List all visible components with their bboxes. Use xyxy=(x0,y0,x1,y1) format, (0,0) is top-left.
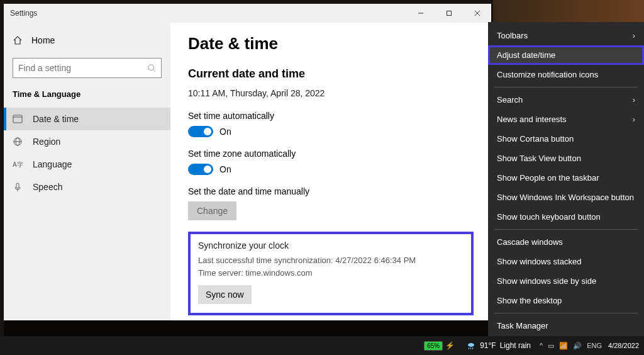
menu-item-label: Task Manager xyxy=(497,321,548,330)
nav-label: Date & time xyxy=(33,114,79,124)
menu-separator xyxy=(494,229,638,230)
minimize-button[interactable] xyxy=(406,4,435,23)
window-titlebar: Settings xyxy=(4,4,491,23)
menu-item-show-people-on-the-taskbar[interactable]: Show People on the taskbar xyxy=(488,168,644,188)
chevron-right-icon: › xyxy=(633,115,635,124)
menu-item-label: Toolbars xyxy=(497,31,528,40)
maximize-button[interactable] xyxy=(435,4,463,23)
menu-item-label: Show windows side by side xyxy=(497,276,596,286)
menu-item-label: News and interests xyxy=(497,115,567,124)
menu-item-search[interactable]: Search› xyxy=(488,90,644,110)
search-input[interactable] xyxy=(18,63,147,73)
settings-content: Date & time Current date and time 10:11 … xyxy=(170,23,491,320)
svg-point-4 xyxy=(148,65,154,70)
taskbar[interactable]: 65% ⚡ 91°F Light rain ^ ▭ 📶 🔊 ENG 4/28/2… xyxy=(0,336,644,355)
menu-item-label: Cascade windows xyxy=(497,237,563,247)
menu-item-label: Show Task View button xyxy=(497,154,581,163)
menu-item-label: Show People on the taskbar xyxy=(497,173,599,183)
menu-item-show-windows-stacked[interactable]: Show windows stacked xyxy=(488,252,644,271)
tray-wifi-icon[interactable]: 📶 xyxy=(559,342,568,350)
nav-region[interactable]: Region xyxy=(4,130,170,153)
settings-sidebar: Home Time & Language Date & time Region … xyxy=(4,23,170,320)
set-time-auto-state: On xyxy=(219,127,231,137)
home-nav[interactable]: Home xyxy=(4,31,170,49)
svg-rect-12 xyxy=(16,183,19,188)
set-tz-auto-toggle[interactable] xyxy=(188,164,213,175)
menu-item-show-cortana-button[interactable]: Show Cortana button xyxy=(488,129,644,149)
current-datetime-value: 10:11 AM, Thursday, April 28, 2022 xyxy=(188,88,474,98)
svg-rect-6 xyxy=(13,115,22,123)
calendar-clock-icon xyxy=(13,114,23,124)
nav-speech[interactable]: Speech xyxy=(4,176,170,198)
menu-separator xyxy=(494,313,638,313)
svg-point-14 xyxy=(468,343,474,347)
menu-item-label: Adjust date/time xyxy=(497,50,555,60)
tray-icon[interactable]: ▭ xyxy=(548,342,554,350)
change-button[interactable]: Change xyxy=(188,201,236,220)
svg-rect-1 xyxy=(447,11,451,16)
nav-language[interactable]: A字 Language xyxy=(4,153,170,176)
set-time-auto-toggle[interactable] xyxy=(188,126,213,137)
current-datetime-heading: Current date and time xyxy=(188,67,474,81)
globe-icon xyxy=(13,137,23,147)
rain-icon xyxy=(466,341,476,351)
set-manual-label: Set the date and time manually xyxy=(188,186,474,196)
menu-item-show-windows-ink-workspace-button[interactable]: Show Windows Ink Workspace button xyxy=(488,188,644,207)
menu-item-cascade-windows[interactable]: Cascade windows xyxy=(488,232,644,252)
svg-line-15 xyxy=(469,347,469,349)
nav-date-time[interactable]: Date & time xyxy=(4,108,170,130)
weather-cond: Light rain xyxy=(500,341,531,350)
menu-item-show-windows-side-by-side[interactable]: Show windows side by side xyxy=(488,271,644,291)
close-button[interactable] xyxy=(463,4,491,23)
sync-now-button[interactable]: Sync now xyxy=(198,285,252,304)
weather-widget[interactable]: 91°F Light rain xyxy=(466,341,531,351)
menu-item-customize-notification-icons[interactable]: Customize notification icons xyxy=(488,65,644,84)
menu-item-adjust-date-time[interactable]: Adjust date/time xyxy=(488,45,644,65)
nav-label: Speech xyxy=(33,182,62,192)
set-tz-auto-state: On xyxy=(219,164,231,174)
desktop-background-fragment xyxy=(493,0,644,22)
system-tray[interactable]: ^ ▭ 📶 🔊 ENG xyxy=(540,342,602,350)
menu-item-label: Show the desktop xyxy=(497,296,562,305)
battery-indicator[interactable]: 65% xyxy=(424,341,443,351)
chevron-right-icon: › xyxy=(633,95,635,104)
taskbar-clock[interactable]: 4/28/2022 xyxy=(608,342,639,349)
menu-item-show-touch-keyboard-button[interactable]: Show touch keyboard button xyxy=(488,207,644,227)
charging-icon: ⚡ xyxy=(445,341,455,350)
menu-item-toolbars[interactable]: Toolbars› xyxy=(488,26,644,45)
svg-line-17 xyxy=(472,347,473,349)
weather-temp: 91°F xyxy=(480,341,496,350)
menu-item-news-and-interests[interactable]: News and interests› xyxy=(488,110,644,129)
tray-chevron-icon[interactable]: ^ xyxy=(540,342,543,349)
nav-label: Region xyxy=(33,137,60,147)
microphone-icon xyxy=(13,182,23,192)
nav-label: Language xyxy=(33,159,72,169)
window-title: Settings xyxy=(10,9,406,18)
menu-item-label: Show touch keyboard button xyxy=(497,212,601,222)
menu-item-show-the-desktop[interactable]: Show the desktop xyxy=(488,291,644,310)
menu-item-label: Search xyxy=(497,95,523,104)
menu-item-label: Show Cortana button xyxy=(497,134,574,144)
language-icon: A字 xyxy=(13,159,23,169)
svg-text:A字: A字 xyxy=(13,161,23,168)
tray-volume-icon[interactable]: 🔊 xyxy=(573,342,582,350)
svg-line-16 xyxy=(470,347,471,349)
menu-item-show-task-view-button[interactable]: Show Task View button xyxy=(488,149,644,168)
sync-heading: Synchronize your clock xyxy=(198,240,464,251)
search-icon xyxy=(147,64,156,72)
menu-item-label: Customize notification icons xyxy=(497,70,598,79)
chevron-right-icon: › xyxy=(633,31,635,40)
sync-server: Time server: time.windows.com xyxy=(198,267,464,279)
menu-item-task-manager[interactable]: Task Manager xyxy=(488,316,644,335)
set-time-auto-label: Set time automatically xyxy=(188,111,474,121)
home-icon xyxy=(13,35,23,45)
section-header: Time & Language xyxy=(4,89,170,108)
taskbar-date: 4/28/2022 xyxy=(608,342,639,349)
menu-item-label: Show windows stacked xyxy=(497,257,581,266)
set-tz-auto-label: Set time zone automatically xyxy=(188,149,474,159)
menu-separator xyxy=(494,87,638,87)
tray-lang[interactable]: ENG xyxy=(587,342,602,349)
search-box[interactable] xyxy=(13,58,162,78)
sync-clock-section: Synchronize your clock Last successful t… xyxy=(188,232,474,315)
svg-line-5 xyxy=(153,70,156,72)
